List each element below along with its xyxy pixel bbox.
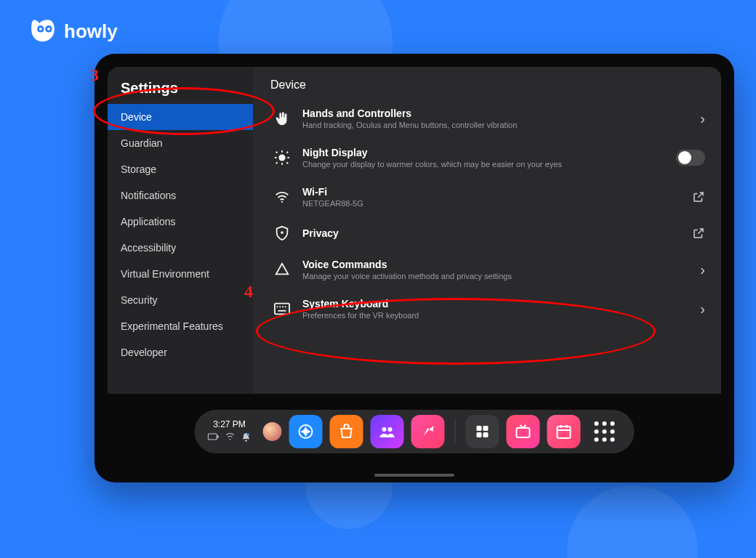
svg-line-9 [276,152,278,153]
svg-point-26 [382,427,387,432]
row-subtitle: NETGEAR88-5G [302,199,680,208]
row-title: Voice Commands [302,259,688,270]
row-title: Wi-Fi [302,186,680,198]
wifi-status-icon [225,432,236,445]
row-title: Night Display [302,147,664,158]
settings-sidebar: Settings Device Guardian Storage Notific… [108,67,253,394]
svg-point-23 [230,438,231,440]
row-title: Hands and Controllers [302,108,688,119]
sidebar-item-notifications[interactable]: Notifications [108,182,253,209]
dock-app-explore[interactable] [289,415,323,448]
svg-point-24 [247,433,250,436]
sidebar-item-accessibility[interactable]: Accessibility [108,235,253,261]
dock-app-all[interactable] [588,415,622,448]
row-system-keyboard[interactable]: System Keyboard Preferences for the VR k… [270,289,708,328]
svg-line-11 [286,152,288,153]
wifi-icon [273,189,291,205]
chevron-right-icon: › [700,110,705,127]
svg-rect-31 [483,432,488,437]
dock-separator [455,419,456,444]
night-display-toggle[interactable] [676,150,705,166]
annotation-step-3: 3 [90,65,99,85]
svg-rect-29 [483,426,488,431]
vr-tablet-frame: Settings Device Guardian Storage Notific… [94,54,734,482]
row-subtitle: Hand tracking, Oculus and Menu buttons, … [302,121,688,129]
chevron-right-icon: › [700,262,705,278]
svg-rect-22 [217,435,219,437]
shield-icon [273,225,291,241]
content-title: Device [270,78,708,92]
row-subtitle: Manage your voice activation methods and… [302,272,688,280]
user-avatar[interactable] [263,422,282,441]
sidebar-item-experimental[interactable]: Experimental Features [108,313,253,339]
row-subtitle: Change your display to warmer colors, wh… [302,160,664,169]
svg-line-12 [276,162,278,163]
sidebar-item-guardian[interactable]: Guardian [108,130,253,156]
svg-rect-21 [208,434,217,440]
dock-app-library[interactable] [466,415,499,448]
row-subtitle: Preferences for the VR keyboard [302,311,688,320]
system-dock: 3:27 PM [195,410,635,453]
settings-panel: Settings Device Guardian Storage Notific… [108,67,721,394]
row-title: System Keyboard [302,298,688,310]
dock-app-people[interactable] [371,415,404,448]
sidebar-item-device[interactable]: Device [108,104,253,130]
brightness-icon [273,150,291,166]
svg-point-14 [281,231,284,234]
row-voice-commands[interactable]: Voice Commands Manage your voice activat… [270,250,708,289]
row-hands-controllers[interactable]: Hands and Controllers Hand tracking, Ocu… [270,99,708,138]
sidebar-item-virtual-env[interactable]: Virtual Environment [108,261,253,287]
svg-line-10 [286,162,288,163]
dock-app-tv[interactable] [507,415,540,448]
dock-clock: 3:27 PM [213,419,246,429]
settings-content: Device Hands and Controllers Hand tracki… [253,67,721,394]
battery-icon [208,432,220,445]
sidebar-title: Settings [108,78,253,104]
row-title: Privacy [302,227,680,239]
hand-icon [273,110,291,126]
external-link-icon [692,227,705,240]
svg-rect-16 [277,306,278,307]
sidebar-item-applications[interactable]: Applications [108,209,253,235]
svg-point-13 [281,201,283,203]
svg-rect-18 [282,306,284,307]
svg-point-27 [388,427,393,432]
svg-rect-33 [558,426,571,438]
dock-app-share[interactable] [411,415,445,448]
svg-rect-19 [285,306,286,307]
sidebar-item-storage[interactable]: Storage [108,156,253,182]
dock-app-events[interactable] [547,415,581,448]
dock-app-store[interactable] [330,415,363,448]
keyboard-icon [273,302,291,315]
row-wifi[interactable]: Wi-Fi NETGEAR88-5G [270,177,708,217]
row-night-display[interactable]: Night Display Change your display to war… [270,138,708,177]
sidebar-item-security[interactable]: Security [108,287,253,313]
svg-rect-15 [275,304,289,315]
svg-point-2 [39,28,42,31]
status-icons [208,432,252,445]
brand-logo: howly [29,17,118,45]
svg-rect-28 [477,426,482,431]
chevron-right-icon: › [700,301,705,318]
voice-icon [273,262,291,278]
home-indicator [374,474,454,477]
row-privacy[interactable]: Privacy [270,217,708,250]
brand-name: howly [64,20,118,43]
svg-rect-32 [517,428,530,437]
owl-icon [29,17,57,45]
svg-point-3 [47,28,50,31]
svg-rect-17 [279,306,281,307]
svg-rect-20 [278,310,286,312]
sidebar-item-developer[interactable]: Developer [108,339,253,365]
external-link-icon [692,190,705,203]
bell-icon[interactable] [241,432,252,445]
svg-point-4 [278,154,285,161]
svg-rect-30 [477,432,482,437]
